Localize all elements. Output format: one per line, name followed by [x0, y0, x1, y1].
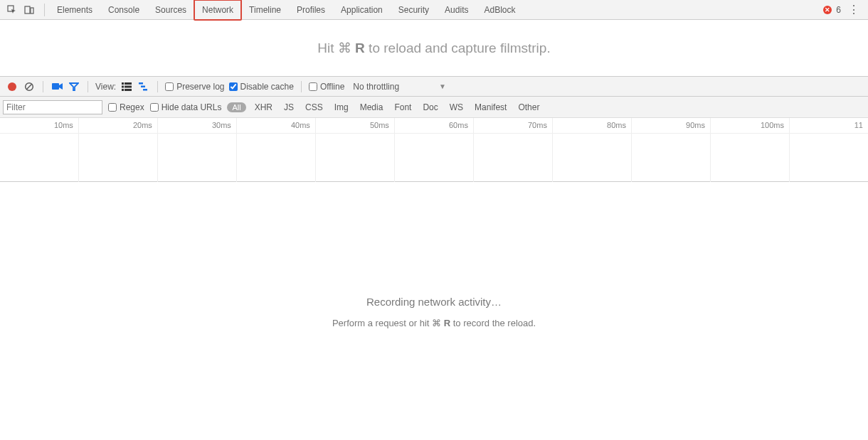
- view-label: View:: [95, 82, 116, 92]
- svg-rect-13: [141, 85, 145, 87]
- tab-elements[interactable]: Elements: [49, 0, 100, 20]
- filter-type-ws[interactable]: WS: [447, 102, 466, 112]
- filter-type-css[interactable]: CSS: [302, 102, 326, 112]
- filter-type-font[interactable]: Font: [391, 102, 414, 112]
- devtools-tabbar: Elements Console Sources Network Timelin…: [0, 0, 868, 20]
- tab-adblock[interactable]: AdBlock: [476, 0, 523, 20]
- divider: [301, 81, 302, 92]
- filter-type-js[interactable]: JS: [281, 102, 297, 112]
- filter-type-all[interactable]: All: [227, 102, 245, 112]
- throttling-select[interactable]: No throttling▼: [349, 81, 450, 92]
- tab-network[interactable]: Network: [194, 0, 241, 20]
- svg-line-4: [26, 84, 31, 89]
- svg-rect-5: [52, 83, 59, 90]
- tab-timeline[interactable]: Timeline: [241, 0, 289, 20]
- camera-icon[interactable]: [51, 80, 63, 93]
- banner-text: Hit ⌘ R to reload and capture filmstrip.: [317, 40, 550, 56]
- error-count-icon[interactable]: ✕: [823, 6, 832, 14]
- toggle-device-icon[interactable]: [23, 4, 36, 16]
- clear-icon[interactable]: [23, 80, 36, 93]
- empty-subtitle: Perform a request or hit ⌘ R to record t…: [0, 318, 868, 328]
- filter-input[interactable]: [3, 100, 102, 114]
- offline-checkbox[interactable]: Offline: [309, 82, 344, 92]
- tab-profiles[interactable]: Profiles: [289, 0, 333, 20]
- empty-state: Recording network activity… Perform a re…: [0, 182, 868, 328]
- empty-title: Recording network activity…: [0, 296, 868, 308]
- ruler-header: 10ms 20ms 30ms 40ms 50ms 60ms 70ms 80ms …: [0, 118, 868, 134]
- filter-type-manifest[interactable]: Manifest: [472, 102, 509, 112]
- hide-data-urls-checkbox[interactable]: Hide data URLs: [150, 102, 222, 112]
- network-toolbar: View: Preserve log Disable cache Offline…: [0, 77, 868, 97]
- settings-kebab-icon[interactable]: ⋮: [845, 3, 862, 16]
- svg-rect-7: [125, 82, 132, 85]
- error-count[interactable]: 6: [836, 5, 841, 15]
- divider: [157, 81, 158, 92]
- record-button[interactable]: [6, 80, 18, 93]
- svg-rect-2: [31, 8, 33, 14]
- network-filter-bar: Regex Hide data URLs All XHR JS CSS Img …: [0, 97, 868, 118]
- filter-type-xhr[interactable]: XHR: [252, 102, 275, 112]
- svg-rect-1: [25, 6, 30, 14]
- tab-application[interactable]: Application: [333, 0, 391, 20]
- svg-rect-10: [122, 89, 124, 91]
- filter-icon[interactable]: [68, 80, 80, 93]
- divider: [44, 4, 45, 16]
- filter-type-img[interactable]: Img: [332, 102, 351, 112]
- svg-rect-12: [139, 82, 143, 85]
- filmstrip-banner: Hit ⌘ R to reload and capture filmstrip.: [0, 20, 868, 77]
- filter-type-doc[interactable]: Doc: [420, 102, 440, 112]
- divider: [43, 81, 43, 92]
- preserve-log-checkbox[interactable]: Preserve log: [165, 82, 224, 92]
- svg-rect-14: [143, 89, 147, 91]
- svg-rect-9: [125, 85, 132, 87]
- tab-console[interactable]: Console: [100, 0, 147, 20]
- regex-checkbox[interactable]: Regex: [108, 102, 144, 112]
- svg-rect-6: [122, 82, 124, 85]
- view-waterfall-icon[interactable]: [137, 80, 150, 93]
- filter-type-media[interactable]: Media: [357, 102, 386, 112]
- disable-cache-checkbox[interactable]: Disable cache: [229, 82, 294, 92]
- inspect-element-icon[interactable]: [6, 4, 18, 16]
- chevron-down-icon: ▼: [439, 82, 446, 90]
- view-large-icon[interactable]: [120, 80, 133, 93]
- divider: [88, 81, 88, 92]
- overview-ruler[interactable]: 10ms 20ms 30ms 40ms 50ms 60ms 70ms 80ms …: [0, 118, 868, 182]
- tab-audits[interactable]: Audits: [437, 0, 476, 20]
- svg-rect-11: [125, 89, 132, 91]
- tab-security[interactable]: Security: [391, 0, 437, 20]
- filter-type-other[interactable]: Other: [515, 102, 542, 112]
- tab-sources[interactable]: Sources: [147, 0, 194, 20]
- svg-rect-8: [122, 85, 124, 87]
